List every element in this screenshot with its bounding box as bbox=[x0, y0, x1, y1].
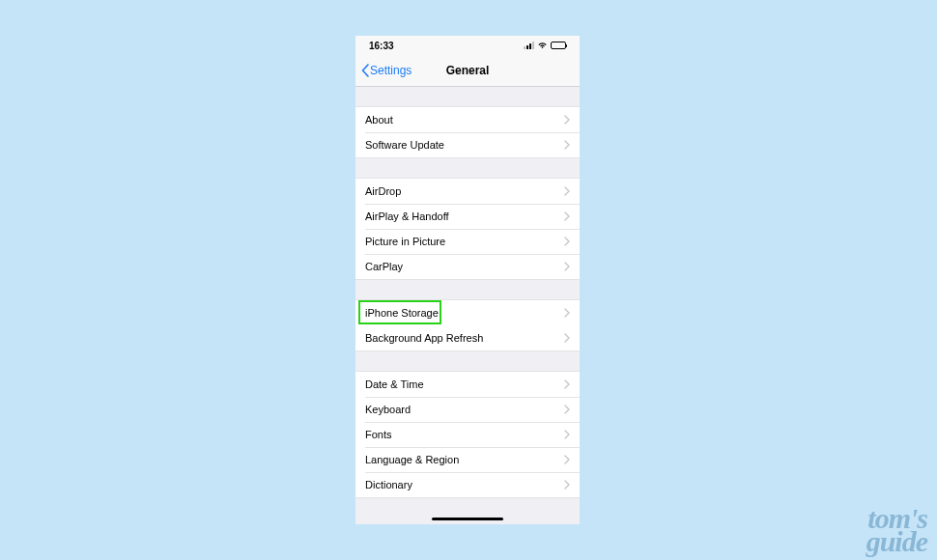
row-date-time[interactable]: Date & Time bbox=[355, 372, 580, 397]
row-label: Fonts bbox=[365, 429, 564, 440]
section-locale: Date & Time Keyboard Fonts Language & Re… bbox=[355, 371, 580, 498]
row-airdrop[interactable]: AirDrop bbox=[355, 179, 580, 204]
back-label: Settings bbox=[370, 64, 412, 77]
row-label: Language & Region bbox=[365, 454, 564, 465]
row-label: Software Update bbox=[365, 139, 564, 151]
chevron-right-icon bbox=[564, 237, 570, 246]
chevron-right-icon bbox=[564, 186, 570, 196]
row-label: CarPlay bbox=[365, 261, 564, 272]
section-about: About Software Update bbox=[355, 106, 580, 158]
chevron-right-icon bbox=[564, 140, 570, 150]
row-picture-in-picture[interactable]: Picture in Picture bbox=[355, 229, 580, 254]
status-right bbox=[524, 42, 566, 49]
row-software-update[interactable]: Software Update bbox=[355, 132, 580, 157]
chevron-right-icon bbox=[564, 333, 570, 343]
row-airplay-handoff[interactable]: AirPlay & Handoff bbox=[355, 204, 580, 229]
watermark-logo: tom's guide bbox=[866, 507, 927, 552]
watermark-line2: guide bbox=[866, 530, 927, 552]
chevron-right-icon bbox=[564, 480, 570, 490]
chevron-right-icon bbox=[564, 379, 570, 389]
section-airdrop: AirDrop AirPlay & Handoff Picture in Pic… bbox=[355, 178, 580, 280]
nav-bar: Settings General bbox=[355, 55, 580, 87]
row-language-region[interactable]: Language & Region bbox=[355, 447, 580, 472]
row-label: Background App Refresh bbox=[365, 332, 564, 344]
chevron-right-icon bbox=[564, 211, 570, 221]
settings-list: About Software Update AirDrop AirPlay & … bbox=[355, 87, 580, 524]
cellular-signal-icon bbox=[524, 42, 534, 49]
row-label: About bbox=[365, 114, 564, 126]
row-background-app-refresh[interactable]: Background App Refresh bbox=[355, 325, 580, 350]
wifi-icon bbox=[537, 42, 548, 49]
status-time: 16:33 bbox=[369, 41, 394, 51]
chevron-right-icon bbox=[564, 455, 570, 464]
row-fonts[interactable]: Fonts bbox=[355, 422, 580, 447]
nav-title: General bbox=[446, 64, 490, 77]
row-label: Keyboard bbox=[365, 404, 564, 415]
row-label: iPhone Storage bbox=[365, 307, 564, 319]
chevron-right-icon bbox=[564, 308, 570, 318]
section-storage: iPhone Storage Background App Refresh bbox=[355, 299, 580, 351]
row-label: Picture in Picture bbox=[365, 236, 564, 247]
row-label: AirPlay & Handoff bbox=[365, 210, 564, 222]
chevron-right-icon bbox=[564, 405, 570, 414]
row-keyboard[interactable]: Keyboard bbox=[355, 397, 580, 422]
row-carplay[interactable]: CarPlay bbox=[355, 254, 580, 279]
battery-icon bbox=[551, 42, 566, 49]
home-indicator[interactable] bbox=[432, 518, 503, 520]
back-button[interactable]: Settings bbox=[361, 55, 412, 86]
row-dictionary[interactable]: Dictionary bbox=[355, 472, 580, 497]
row-label: AirDrop bbox=[365, 185, 564, 197]
row-label: Date & Time bbox=[365, 378, 564, 390]
chevron-right-icon bbox=[564, 115, 570, 125]
row-iphone-storage[interactable]: iPhone Storage bbox=[355, 300, 580, 325]
row-label: Dictionary bbox=[365, 479, 564, 490]
row-about[interactable]: About bbox=[355, 107, 580, 132]
status-bar: 16:33 bbox=[355, 36, 580, 55]
chevron-right-icon bbox=[564, 430, 570, 439]
chevron-right-icon bbox=[564, 262, 570, 271]
iphone-screenshot: 16:33 Settings General About Soft bbox=[355, 36, 580, 524]
